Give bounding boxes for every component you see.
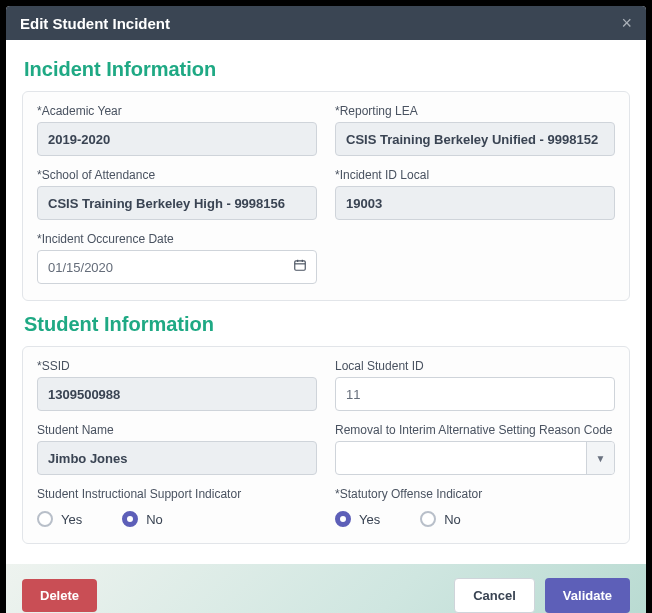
student-section-title: Student Information xyxy=(24,313,630,336)
ssid-field: *SSID 1309500988 xyxy=(37,359,317,411)
school-field: *School of Attendance CSIS Training Berk… xyxy=(37,168,317,220)
removal-code-select[interactable]: ▼ xyxy=(335,441,615,475)
local-id-input[interactable]: 11 xyxy=(335,377,615,411)
academic-year-label: *Academic Year xyxy=(37,104,317,118)
occurrence-date-field: *Incident Occurence Date 01/15/2020 xyxy=(37,232,317,284)
student-card: *SSID 1309500988 Local Student ID 11 Stu… xyxy=(22,346,630,544)
student-name-field: Student Name Jimbo Jones xyxy=(37,423,317,475)
local-id-field: Local Student ID 11 xyxy=(335,359,615,411)
incident-id-field: *Incident ID Local 19003 xyxy=(335,168,615,220)
student-name-input[interactable]: Jimbo Jones xyxy=(37,441,317,475)
student-name-label: Student Name xyxy=(37,423,317,437)
ssid-label: *SSID xyxy=(37,359,317,373)
school-input[interactable]: CSIS Training Berkeley High - 9998156 xyxy=(37,186,317,220)
radio-selected-icon xyxy=(122,511,138,527)
offense-yes-radio[interactable]: Yes xyxy=(335,511,380,527)
academic-year-field: *Academic Year 2019-2020 xyxy=(37,104,317,156)
edit-student-incident-modal: Edit Student Incident × Incident Informa… xyxy=(6,6,646,613)
support-indicator-field: Student Instructional Support Indicator … xyxy=(37,487,317,527)
modal-footer: Delete Cancel Validate xyxy=(6,564,646,613)
offense-indicator-field: *Statutory Offense Indicator Yes No xyxy=(335,487,615,527)
modal-title: Edit Student Incident xyxy=(20,15,170,32)
academic-year-input[interactable]: 2019-2020 xyxy=(37,122,317,156)
offense-indicator-label: *Statutory Offense Indicator xyxy=(335,487,615,501)
cancel-button[interactable]: Cancel xyxy=(454,578,535,613)
delete-button[interactable]: Delete xyxy=(22,579,97,612)
occurrence-date-input[interactable]: 01/15/2020 xyxy=(37,250,317,284)
support-no-radio[interactable]: No xyxy=(122,511,163,527)
reporting-lea-input[interactable]: CSIS Training Berkeley Unified - 9998152 xyxy=(335,122,615,156)
school-label: *School of Attendance xyxy=(37,168,317,182)
incident-card: *Academic Year 2019-2020 *Reporting LEA … xyxy=(22,91,630,301)
support-indicator-label: Student Instructional Support Indicator xyxy=(37,487,317,501)
removal-code-field: Removal to Interim Alternative Setting R… xyxy=(335,423,615,475)
incident-id-input[interactable]: 19003 xyxy=(335,186,615,220)
chevron-down-icon: ▼ xyxy=(586,442,614,474)
modal-body: Incident Information *Academic Year 2019… xyxy=(6,40,646,564)
offense-no-radio[interactable]: No xyxy=(420,511,461,527)
footer-right-group: Cancel Validate xyxy=(454,578,630,613)
incident-id-label: *Incident ID Local xyxy=(335,168,615,182)
reporting-lea-label: *Reporting LEA xyxy=(335,104,615,118)
support-yes-radio[interactable]: Yes xyxy=(37,511,82,527)
local-id-label: Local Student ID xyxy=(335,359,615,373)
removal-code-label: Removal to Interim Alternative Setting R… xyxy=(335,423,615,437)
occurrence-date-label: *Incident Occurence Date xyxy=(37,232,317,246)
ssid-input[interactable]: 1309500988 xyxy=(37,377,317,411)
incident-section-title: Incident Information xyxy=(24,58,630,81)
radio-icon xyxy=(420,511,436,527)
modal-header: Edit Student Incident × xyxy=(6,6,646,40)
validate-button[interactable]: Validate xyxy=(545,578,630,613)
radio-selected-icon xyxy=(335,511,351,527)
close-icon: × xyxy=(621,13,632,33)
radio-icon xyxy=(37,511,53,527)
calendar-icon[interactable] xyxy=(293,258,307,276)
svg-rect-0 xyxy=(295,261,306,270)
close-button[interactable]: × xyxy=(621,14,632,32)
reporting-lea-field: *Reporting LEA CSIS Training Berkeley Un… xyxy=(335,104,615,156)
